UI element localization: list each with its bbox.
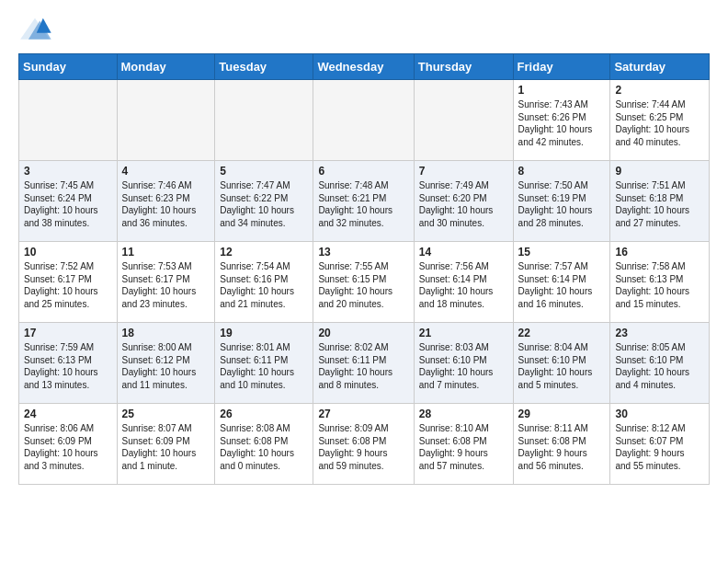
day-number: 21 — [419, 327, 508, 339]
week-row-4: 17Sunrise: 7:59 AM Sunset: 6:13 PM Dayli… — [19, 323, 710, 404]
day-info: Sunrise: 7:51 AM Sunset: 6:18 PM Dayligh… — [615, 179, 704, 229]
weekday-header-thursday: Thursday — [414, 54, 513, 80]
day-number: 12 — [220, 246, 308, 259]
day-info: Sunrise: 7:49 AM Sunset: 6:20 PM Dayligh… — [419, 179, 508, 229]
day-number: 1 — [518, 84, 606, 97]
day-number: 15 — [518, 246, 606, 259]
day-cell: 19Sunrise: 8:01 AM Sunset: 6:11 PM Dayli… — [215, 323, 313, 404]
day-cell: 13Sunrise: 7:55 AM Sunset: 6:15 PM Dayli… — [313, 242, 414, 323]
day-info: Sunrise: 7:54 AM Sunset: 6:16 PM Dayligh… — [220, 260, 308, 310]
weekday-header-sunday: Sunday — [19, 54, 118, 80]
calendar: SundayMondayTuesdayWednesdayThursdayFrid… — [18, 53, 710, 485]
day-number: 16 — [615, 246, 704, 259]
logo — [18, 17, 57, 44]
day-number: 8 — [518, 165, 606, 178]
day-info: Sunrise: 7:48 AM Sunset: 6:21 PM Dayligh… — [318, 179, 408, 229]
week-row-5: 24Sunrise: 8:06 AM Sunset: 6:09 PM Dayli… — [19, 404, 710, 485]
day-number: 20 — [318, 327, 408, 339]
weekday-header-wednesday: Wednesday — [313, 54, 414, 80]
logo-icon — [18, 17, 51, 44]
day-number: 24 — [24, 408, 112, 420]
day-cell: 17Sunrise: 7:59 AM Sunset: 6:13 PM Dayli… — [19, 323, 118, 404]
day-number: 11 — [122, 246, 210, 259]
day-cell: 6Sunrise: 7:48 AM Sunset: 6:21 PM Daylig… — [313, 161, 414, 242]
day-info: Sunrise: 8:01 AM Sunset: 6:11 PM Dayligh… — [220, 341, 308, 391]
day-cell: 20Sunrise: 8:02 AM Sunset: 6:11 PM Dayli… — [313, 323, 414, 404]
day-info: Sunrise: 7:50 AM Sunset: 6:19 PM Dayligh… — [518, 179, 606, 229]
day-cell: 12Sunrise: 7:54 AM Sunset: 6:16 PM Dayli… — [215, 242, 313, 323]
day-cell: 1Sunrise: 7:43 AM Sunset: 6:26 PM Daylig… — [513, 80, 610, 161]
day-number: 17 — [24, 327, 112, 339]
day-cell: 7Sunrise: 7:49 AM Sunset: 6:20 PM Daylig… — [414, 161, 513, 242]
day-number: 19 — [220, 327, 308, 339]
day-number: 26 — [220, 408, 308, 420]
day-info: Sunrise: 7:53 AM Sunset: 6:17 PM Dayligh… — [122, 260, 210, 310]
day-cell: 4Sunrise: 7:46 AM Sunset: 6:23 PM Daylig… — [117, 161, 215, 242]
weekday-header-monday: Monday — [117, 54, 215, 80]
day-number: 4 — [122, 165, 210, 178]
day-info: Sunrise: 7:47 AM Sunset: 6:22 PM Dayligh… — [220, 179, 308, 229]
day-cell: 21Sunrise: 8:03 AM Sunset: 6:10 PM Dayli… — [414, 323, 513, 404]
day-info: Sunrise: 7:58 AM Sunset: 6:13 PM Dayligh… — [615, 260, 704, 310]
day-info: Sunrise: 7:43 AM Sunset: 6:26 PM Dayligh… — [518, 98, 606, 148]
day-info: Sunrise: 7:45 AM Sunset: 6:24 PM Dayligh… — [24, 179, 112, 229]
day-number: 25 — [122, 408, 210, 420]
day-cell: 24Sunrise: 8:06 AM Sunset: 6:09 PM Dayli… — [19, 404, 118, 485]
weekday-header-saturday: Saturday — [610, 54, 710, 80]
day-cell: 9Sunrise: 7:51 AM Sunset: 6:18 PM Daylig… — [610, 161, 710, 242]
day-cell: 25Sunrise: 8:07 AM Sunset: 6:09 PM Dayli… — [117, 404, 215, 485]
day-number: 6 — [318, 165, 408, 178]
day-number: 14 — [419, 246, 508, 259]
day-number: 7 — [419, 165, 508, 178]
week-row-1: 1Sunrise: 7:43 AM Sunset: 6:26 PM Daylig… — [19, 80, 710, 161]
day-number: 10 — [24, 246, 112, 259]
day-cell: 16Sunrise: 7:58 AM Sunset: 6:13 PM Dayli… — [610, 242, 710, 323]
day-info: Sunrise: 8:00 AM Sunset: 6:12 PM Dayligh… — [122, 341, 210, 391]
day-info: Sunrise: 8:10 AM Sunset: 6:08 PM Dayligh… — [419, 422, 508, 472]
day-cell — [313, 80, 414, 161]
weekday-header-tuesday: Tuesday — [215, 54, 313, 80]
day-number: 13 — [318, 246, 408, 259]
page: SundayMondayTuesdayWednesdayThursdayFrid… — [0, 0, 728, 563]
day-info: Sunrise: 7:59 AM Sunset: 6:13 PM Dayligh… — [24, 341, 112, 391]
day-cell: 22Sunrise: 8:04 AM Sunset: 6:10 PM Dayli… — [513, 323, 610, 404]
day-info: Sunrise: 7:57 AM Sunset: 6:14 PM Dayligh… — [518, 260, 606, 310]
header — [18, 17, 710, 44]
day-info: Sunrise: 7:56 AM Sunset: 6:14 PM Dayligh… — [419, 260, 508, 310]
day-info: Sunrise: 8:08 AM Sunset: 6:08 PM Dayligh… — [220, 422, 308, 472]
day-info: Sunrise: 8:11 AM Sunset: 6:08 PM Dayligh… — [518, 422, 606, 472]
day-info: Sunrise: 8:05 AM Sunset: 6:10 PM Dayligh… — [615, 341, 704, 391]
day-cell — [414, 80, 513, 161]
weekday-header-friday: Friday — [513, 54, 610, 80]
day-number: 5 — [220, 165, 308, 178]
day-number: 9 — [615, 165, 704, 178]
day-cell: 18Sunrise: 8:00 AM Sunset: 6:12 PM Dayli… — [117, 323, 215, 404]
day-cell: 30Sunrise: 8:12 AM Sunset: 6:07 PM Dayli… — [610, 404, 710, 485]
day-info: Sunrise: 8:06 AM Sunset: 6:09 PM Dayligh… — [24, 422, 112, 472]
day-cell: 28Sunrise: 8:10 AM Sunset: 6:08 PM Dayli… — [414, 404, 513, 485]
day-info: Sunrise: 7:52 AM Sunset: 6:17 PM Dayligh… — [24, 260, 112, 310]
day-info: Sunrise: 8:09 AM Sunset: 6:08 PM Dayligh… — [318, 422, 408, 472]
day-cell: 26Sunrise: 8:08 AM Sunset: 6:08 PM Dayli… — [215, 404, 313, 485]
day-info: Sunrise: 8:03 AM Sunset: 6:10 PM Dayligh… — [419, 341, 508, 391]
day-cell: 27Sunrise: 8:09 AM Sunset: 6:08 PM Dayli… — [313, 404, 414, 485]
day-cell: 29Sunrise: 8:11 AM Sunset: 6:08 PM Dayli… — [513, 404, 610, 485]
day-number: 18 — [122, 327, 210, 339]
day-cell: 10Sunrise: 7:52 AM Sunset: 6:17 PM Dayli… — [19, 242, 118, 323]
day-number: 2 — [615, 84, 704, 97]
day-info: Sunrise: 7:44 AM Sunset: 6:25 PM Dayligh… — [615, 98, 704, 148]
day-cell: 3Sunrise: 7:45 AM Sunset: 6:24 PM Daylig… — [19, 161, 118, 242]
week-row-2: 3Sunrise: 7:45 AM Sunset: 6:24 PM Daylig… — [19, 161, 710, 242]
day-cell: 23Sunrise: 8:05 AM Sunset: 6:10 PM Dayli… — [610, 323, 710, 404]
day-info: Sunrise: 8:07 AM Sunset: 6:09 PM Dayligh… — [122, 422, 210, 472]
day-number: 27 — [318, 408, 408, 420]
day-number: 30 — [615, 408, 704, 420]
day-info: Sunrise: 7:46 AM Sunset: 6:23 PM Dayligh… — [122, 179, 210, 229]
day-number: 22 — [518, 327, 606, 339]
day-cell: 15Sunrise: 7:57 AM Sunset: 6:14 PM Dayli… — [513, 242, 610, 323]
day-cell: 2Sunrise: 7:44 AM Sunset: 6:25 PM Daylig… — [610, 80, 710, 161]
day-info: Sunrise: 7:55 AM Sunset: 6:15 PM Dayligh… — [318, 260, 408, 310]
day-info: Sunrise: 8:02 AM Sunset: 6:11 PM Dayligh… — [318, 341, 408, 391]
day-info: Sunrise: 8:12 AM Sunset: 6:07 PM Dayligh… — [615, 422, 704, 472]
day-cell: 11Sunrise: 7:53 AM Sunset: 6:17 PM Dayli… — [117, 242, 215, 323]
